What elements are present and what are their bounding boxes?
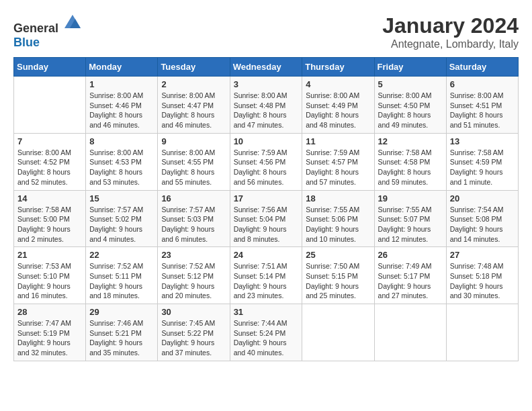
day-cell: 31Sunrise: 7:44 AM Sunset: 5:24 PM Dayli…	[230, 304, 302, 361]
day-detail: Sunrise: 7:52 AM Sunset: 5:12 PM Dayligh…	[161, 261, 226, 301]
day-number: 7	[17, 136, 82, 146]
day-cell: 14Sunrise: 7:58 AM Sunset: 5:00 PM Dayli…	[14, 190, 86, 247]
day-detail: Sunrise: 7:46 AM Sunset: 5:21 PM Dayligh…	[89, 318, 154, 358]
day-cell: 28Sunrise: 7:47 AM Sunset: 5:19 PM Dayli…	[14, 304, 86, 361]
header-day-wednesday: Wednesday	[230, 58, 302, 77]
day-detail: Sunrise: 7:57 AM Sunset: 5:02 PM Dayligh…	[89, 205, 154, 244]
title-area: January 2024 Antegnate, Lombardy, Italy	[382, 13, 519, 50]
day-cell: 5Sunrise: 8:00 AM Sunset: 4:50 PM Daylig…	[374, 77, 446, 134]
day-detail: Sunrise: 8:00 AM Sunset: 4:46 PM Dayligh…	[89, 91, 154, 130]
day-cell: 29Sunrise: 7:46 AM Sunset: 5:21 PM Dayli…	[86, 304, 158, 361]
logo: General Blue	[13, 13, 82, 50]
day-number: 3	[234, 79, 299, 89]
logo-text: General Blue	[13, 13, 82, 50]
day-detail: Sunrise: 7:52 AM Sunset: 5:11 PM Dayligh…	[89, 261, 154, 301]
day-cell: 16Sunrise: 7:57 AM Sunset: 5:03 PM Dayli…	[158, 190, 230, 247]
subtitle: Antegnate, Lombardy, Italy	[382, 38, 519, 50]
day-number: 23	[161, 250, 226, 260]
day-detail: Sunrise: 7:45 AM Sunset: 5:22 PM Dayligh…	[161, 318, 226, 358]
day-number: 26	[378, 250, 443, 260]
day-cell	[14, 77, 86, 134]
header-row: SundayMondayTuesdayWednesdayThursdayFrid…	[14, 58, 519, 77]
week-row-3: 14Sunrise: 7:58 AM Sunset: 5:00 PM Dayli…	[14, 190, 519, 247]
day-number: 27	[450, 250, 515, 260]
day-number: 5	[378, 79, 443, 89]
main-title: January 2024	[382, 13, 519, 38]
day-cell: 27Sunrise: 7:48 AM Sunset: 5:18 PM Dayli…	[446, 247, 518, 304]
day-cell: 26Sunrise: 7:49 AM Sunset: 5:17 PM Dayli…	[374, 247, 446, 304]
day-detail: Sunrise: 7:59 AM Sunset: 4:56 PM Dayligh…	[234, 148, 299, 187]
day-number: 17	[234, 193, 299, 203]
day-detail: Sunrise: 7:58 AM Sunset: 4:59 PM Dayligh…	[450, 148, 515, 187]
day-cell: 15Sunrise: 7:57 AM Sunset: 5:02 PM Dayli…	[86, 190, 158, 247]
header-area: General Blue January 2024 Antegnate, Lom…	[13, 13, 519, 50]
day-number: 6	[450, 79, 515, 89]
day-cell: 1Sunrise: 8:00 AM Sunset: 4:46 PM Daylig…	[86, 77, 158, 134]
day-detail: Sunrise: 7:54 AM Sunset: 5:08 PM Dayligh…	[450, 205, 515, 244]
logo-icon	[63, 13, 82, 32]
day-detail: Sunrise: 8:00 AM Sunset: 4:52 PM Dayligh…	[17, 148, 82, 187]
day-number: 20	[450, 193, 515, 203]
day-detail: Sunrise: 7:56 AM Sunset: 5:04 PM Dayligh…	[234, 205, 299, 244]
week-row-5: 28Sunrise: 7:47 AM Sunset: 5:19 PM Dayli…	[14, 304, 519, 361]
day-cell: 2Sunrise: 8:00 AM Sunset: 4:47 PM Daylig…	[158, 77, 230, 134]
day-cell	[374, 304, 446, 361]
day-number: 13	[450, 136, 515, 146]
week-row-1: 1Sunrise: 8:00 AM Sunset: 4:46 PM Daylig…	[14, 77, 519, 134]
day-number: 18	[306, 193, 370, 203]
day-number: 9	[161, 136, 226, 146]
day-number: 2	[161, 79, 226, 89]
day-detail: Sunrise: 8:00 AM Sunset: 4:49 PM Dayligh…	[306, 91, 370, 130]
day-detail: Sunrise: 7:49 AM Sunset: 5:17 PM Dayligh…	[378, 261, 443, 301]
logo-blue: Blue	[13, 36, 40, 49]
day-detail: Sunrise: 7:58 AM Sunset: 5:00 PM Dayligh…	[17, 205, 82, 244]
day-cell	[302, 304, 374, 361]
day-cell: 8Sunrise: 8:00 AM Sunset: 4:53 PM Daylig…	[86, 133, 158, 190]
header-day-tuesday: Tuesday	[158, 58, 230, 77]
week-row-2: 7Sunrise: 8:00 AM Sunset: 4:52 PM Daylig…	[14, 133, 519, 190]
day-detail: Sunrise: 7:44 AM Sunset: 5:24 PM Dayligh…	[234, 318, 299, 358]
day-cell: 3Sunrise: 8:00 AM Sunset: 4:48 PM Daylig…	[230, 77, 302, 134]
day-number: 4	[306, 79, 370, 89]
header-day-thursday: Thursday	[302, 58, 374, 77]
day-detail: Sunrise: 7:47 AM Sunset: 5:19 PM Dayligh…	[17, 318, 82, 358]
day-number: 1	[89, 79, 154, 89]
day-cell: 10Sunrise: 7:59 AM Sunset: 4:56 PM Dayli…	[230, 133, 302, 190]
day-detail: Sunrise: 7:57 AM Sunset: 5:03 PM Dayligh…	[161, 205, 226, 244]
header-day-monday: Monday	[86, 58, 158, 77]
day-cell: 7Sunrise: 8:00 AM Sunset: 4:52 PM Daylig…	[14, 133, 86, 190]
day-detail: Sunrise: 8:00 AM Sunset: 4:48 PM Dayligh…	[234, 91, 299, 130]
day-cell: 21Sunrise: 7:53 AM Sunset: 5:10 PM Dayli…	[14, 247, 86, 304]
day-detail: Sunrise: 8:00 AM Sunset: 4:47 PM Dayligh…	[161, 91, 226, 130]
day-cell: 9Sunrise: 8:00 AM Sunset: 4:55 PM Daylig…	[158, 133, 230, 190]
day-cell: 18Sunrise: 7:55 AM Sunset: 5:06 PM Dayli…	[302, 190, 374, 247]
day-detail: Sunrise: 8:00 AM Sunset: 4:53 PM Dayligh…	[89, 148, 154, 187]
day-number: 11	[306, 136, 370, 146]
day-detail: Sunrise: 7:53 AM Sunset: 5:10 PM Dayligh…	[17, 261, 82, 301]
day-cell: 20Sunrise: 7:54 AM Sunset: 5:08 PM Dayli…	[446, 190, 518, 247]
day-detail: Sunrise: 7:59 AM Sunset: 4:57 PM Dayligh…	[306, 148, 370, 187]
day-detail: Sunrise: 7:58 AM Sunset: 4:58 PM Dayligh…	[378, 148, 443, 187]
day-cell: 17Sunrise: 7:56 AM Sunset: 5:04 PM Dayli…	[230, 190, 302, 247]
week-row-4: 21Sunrise: 7:53 AM Sunset: 5:10 PM Dayli…	[14, 247, 519, 304]
day-number: 10	[234, 136, 299, 146]
day-cell: 24Sunrise: 7:51 AM Sunset: 5:14 PM Dayli…	[230, 247, 302, 304]
day-number: 31	[234, 307, 299, 317]
day-cell: 12Sunrise: 7:58 AM Sunset: 4:58 PM Dayli…	[374, 133, 446, 190]
day-number: 12	[378, 136, 443, 146]
day-cell: 30Sunrise: 7:45 AM Sunset: 5:22 PM Dayli…	[158, 304, 230, 361]
header-day-sunday: Sunday	[14, 58, 86, 77]
header-day-saturday: Saturday	[446, 58, 518, 77]
day-number: 8	[89, 136, 154, 146]
day-detail: Sunrise: 8:00 AM Sunset: 4:50 PM Dayligh…	[378, 91, 443, 130]
day-number: 22	[89, 250, 154, 260]
day-detail: Sunrise: 8:00 AM Sunset: 4:51 PM Dayligh…	[450, 91, 515, 130]
day-detail: Sunrise: 7:55 AM Sunset: 5:07 PM Dayligh…	[378, 205, 443, 244]
day-detail: Sunrise: 7:48 AM Sunset: 5:18 PM Dayligh…	[450, 261, 515, 301]
day-cell: 6Sunrise: 8:00 AM Sunset: 4:51 PM Daylig…	[446, 77, 518, 134]
day-number: 14	[17, 193, 82, 203]
day-number: 28	[17, 307, 82, 317]
day-cell: 13Sunrise: 7:58 AM Sunset: 4:59 PM Dayli…	[446, 133, 518, 190]
day-cell: 22Sunrise: 7:52 AM Sunset: 5:11 PM Dayli…	[86, 247, 158, 304]
day-number: 30	[161, 307, 226, 317]
